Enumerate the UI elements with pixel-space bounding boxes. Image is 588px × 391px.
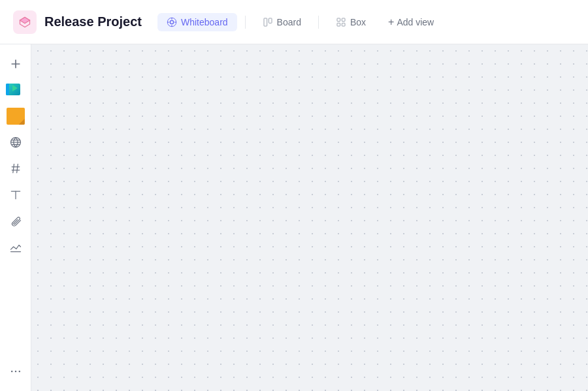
tab-board-label: Board: [277, 17, 301, 27]
svg-rect-1: [264, 18, 267, 26]
whiteboard-canvas[interactable]: [31, 44, 588, 391]
nav-tabs: Whiteboard Board: [157, 12, 575, 32]
sidebar-item-text[interactable]: [4, 183, 27, 206]
svg-point-17: [10, 371, 12, 373]
tab-whiteboard[interactable]: Whiteboard: [157, 13, 237, 31]
sidebar-item-hashtag[interactable]: [4, 157, 27, 180]
pen-icon: [9, 240, 22, 253]
board-tab-icon: [263, 17, 273, 27]
tab-divider-2: [318, 16, 319, 29]
svg-rect-4: [342, 18, 345, 22]
sidebar-item-media[interactable]: [4, 78, 27, 102]
project-name: Release Project: [44, 14, 142, 29]
more-icon: [9, 365, 22, 378]
text-icon: [9, 188, 22, 201]
add-view-button[interactable]: + Add view: [380, 12, 442, 32]
tab-divider-1: [245, 16, 246, 29]
svg-rect-3: [337, 18, 340, 22]
sidebar-item-attachment[interactable]: [4, 209, 27, 232]
svg-rect-5: [337, 23, 340, 26]
svg-line-14: [16, 164, 18, 172]
attachment-icon: [9, 214, 22, 227]
sidebar-item-add[interactable]: [4, 52, 27, 76]
add-view-label: Add view: [397, 17, 434, 27]
header: Release Project Whiteboard Board: [0, 0, 588, 44]
sidebar-item-globe[interactable]: [4, 131, 27, 154]
svg-point-19: [18, 371, 20, 373]
add-view-plus-icon: +: [388, 16, 394, 28]
svg-point-18: [14, 371, 16, 373]
globe-icon: [9, 136, 22, 149]
sidebar-item-pen[interactable]: [4, 235, 27, 258]
whiteboard-tab-icon: [167, 17, 177, 27]
sidebar-item-sticky[interactable]: [4, 104, 27, 128]
tab-whiteboard-label: Whiteboard: [181, 17, 228, 27]
tab-board[interactable]: Board: [253, 13, 310, 31]
sticky-note-icon: [7, 108, 25, 125]
box-tab-icon: [336, 17, 346, 27]
tab-box[interactable]: Box: [327, 13, 375, 31]
sidebar-item-more[interactable]: [4, 360, 27, 383]
plus-icon: [9, 57, 22, 70]
project-icon: [13, 10, 37, 34]
hashtag-icon: [9, 162, 22, 175]
tab-box-label: Box: [350, 17, 366, 27]
svg-line-13: [12, 164, 14, 172]
sidebar: [0, 44, 31, 391]
svg-rect-2: [269, 18, 272, 23]
main-area: [0, 44, 588, 391]
svg-rect-6: [342, 23, 345, 26]
svg-point-0: [170, 20, 173, 23]
